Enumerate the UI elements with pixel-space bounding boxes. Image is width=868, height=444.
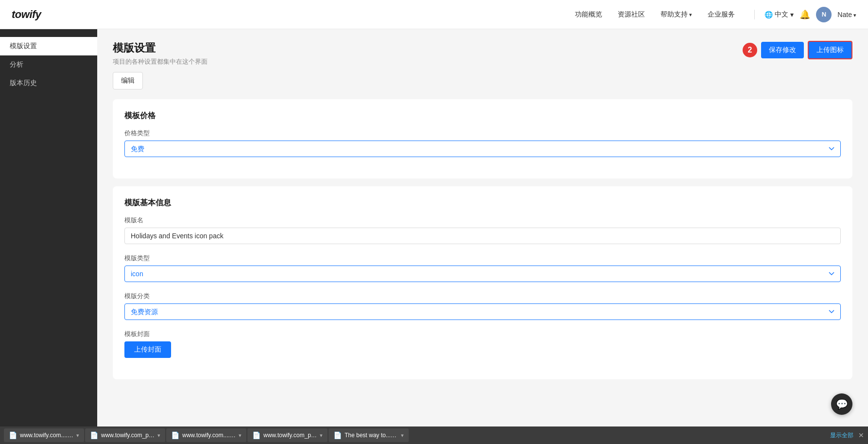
sidebar-item-analytics[interactable]: 分析 <box>0 55 97 74</box>
lang-label: 中文 <box>775 10 788 19</box>
nav-item-features[interactable]: 功能概览 <box>575 10 602 19</box>
nav-divider <box>754 10 755 19</box>
nav-item-support[interactable]: 帮助支持 <box>660 10 692 19</box>
sidebar-item-version-history[interactable]: 版本历史 <box>0 74 97 92</box>
template-name-input[interactable] <box>124 228 841 244</box>
page-header: 模版设置 项目的各种设置都集中在这个界面 2 保存修改 上传图标 编辑 <box>113 41 852 89</box>
template-type-label: 模版类型 <box>124 254 841 263</box>
basic-section-title: 模版基本信息 <box>124 198 841 208</box>
template-type-select[interactable]: icon template component <box>124 266 841 282</box>
template-category-label: 模版分类 <box>124 292 841 301</box>
basic-info-section: 模版基本信息 模版名 模版类型 icon template component … <box>113 186 852 379</box>
template-name-label: 模版名 <box>124 216 841 225</box>
price-type-group: 价格类型 免费 付费 <box>124 129 841 157</box>
nav-item-community[interactable]: 资源社区 <box>618 10 645 19</box>
step-badge: 2 <box>743 43 757 57</box>
brand-logo[interactable]: towify <box>12 8 41 21</box>
price-type-label: 价格类型 <box>124 129 841 138</box>
template-name-group: 模版名 <box>124 216 841 244</box>
page-actions: 2 保存修改 上传图标 <box>743 41 852 59</box>
main-content: 模版设置 项目的各种设置都集中在这个界面 2 保存修改 上传图标 编辑 模板价格… <box>97 29 868 426</box>
template-category-select[interactable]: 免费资源 付费资源 <box>124 303 841 320</box>
template-cover-group: 模板封面 上传封面 <box>124 330 841 358</box>
navbar: towify 功能概览 资源社区 帮助支持 企业服务 🌐 中文 ▾ 🔔 N Na… <box>0 0 868 29</box>
avatar: N <box>816 7 832 22</box>
template-cover-label: 模板封面 <box>124 330 841 338</box>
save-button[interactable]: 保存修改 <box>761 42 804 58</box>
chat-icon: 💬 <box>836 398 848 410</box>
sidebar: 模版设置 分析 版本历史 <box>0 29 97 426</box>
nav-item-enterprise[interactable]: 企业服务 <box>708 10 735 19</box>
username-display[interactable]: Nate <box>837 11 856 18</box>
notification-bell[interactable]: 🔔 <box>799 9 810 20</box>
price-section: 模板价格 价格类型 免费 付费 <box>113 99 852 178</box>
upload-icon-button[interactable]: 上传图标 <box>808 41 852 59</box>
main-layout: 模版设置 分析 版本历史 模版设置 项目的各种设置都集中在这个界面 2 保存修改… <box>0 29 868 426</box>
page-subtitle: 项目的各种设置都集中在这个界面 <box>113 57 852 66</box>
template-category-group: 模版分类 免费资源 付费资源 <box>124 292 841 320</box>
upload-cover-button[interactable]: 上传封面 <box>124 341 171 358</box>
floating-chat-button[interactable]: 💬 <box>831 393 852 415</box>
template-type-group: 模版类型 icon template component <box>124 254 841 282</box>
page-title: 模版设置 <box>113 41 852 55</box>
globe-icon: 🌐 <box>764 11 773 18</box>
edit-button[interactable]: 编辑 <box>113 72 143 89</box>
price-section-title: 模板价格 <box>124 111 841 121</box>
lang-arrow: ▾ <box>790 11 794 18</box>
sidebar-item-template-settings[interactable]: 模版设置 <box>0 37 97 55</box>
price-type-select[interactable]: 免费 付费 <box>124 141 841 157</box>
language-selector[interactable]: 🌐 中文 ▾ <box>764 10 794 19</box>
nav-menu: 功能概览 资源社区 帮助支持 企业服务 <box>575 10 735 19</box>
